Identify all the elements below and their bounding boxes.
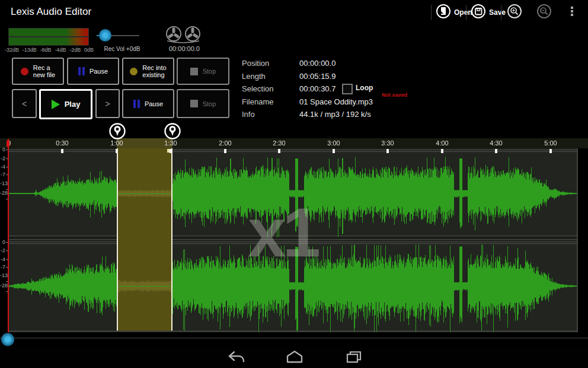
playhead-handle[interactable] [7,140,9,147]
zoom-in-button[interactable] [507,4,522,21]
actionbar-separator [501,5,501,20]
rec-pause-button[interactable]: Pause [67,58,119,85]
nav-home-button[interactable] [286,350,303,367]
playhead-cursor[interactable] [8,139,9,332]
db-label: -2dB [69,47,81,53]
nav-recents-button[interactable] [345,350,363,367]
stop-icon [190,68,198,75]
db-scale-label: -2 [0,156,8,161]
step-back-label: < [22,100,27,107]
actionbar-separator [431,5,432,20]
waveform-scrollbar-thumb[interactable] [1,333,14,346]
play-button[interactable]: Play [39,89,92,119]
timeline-label: 5:00 [539,139,563,147]
timeline-tick [333,149,335,153]
nav-back-button[interactable] [226,350,246,367]
timeline-label: 3:30 [376,139,400,147]
record-icon [21,68,28,75]
zoom-out-icon [536,4,552,21]
stop-icon [190,100,198,107]
open-icon [436,4,451,21]
actionbar-separator [466,5,466,20]
rec-new-file-label: Rec anew file [33,64,55,78]
rec-pause-label: Pause [90,68,108,75]
db-scale-label: -28 [0,190,8,202]
timeline-tick [224,149,226,153]
timeline-tick [61,149,63,153]
record-counter: 00:00:00.0 [161,45,208,52]
timeline-label: 4:00 [430,139,454,147]
selection-label: Selection [242,84,298,93]
rec-volume-label: Rec Vol +0dB [94,46,151,52]
pause-icon [133,100,140,108]
db-label: -32dB [5,47,19,53]
vu-meter-scale: -32dB -13dB -8dB -4dB -2dB 0dB [5,47,94,53]
filename-value: 01 Space Oddity.mp3 [299,97,373,106]
db-scale-label: -4 [0,256,8,262]
info-value: 44.1k / mp3 / 192 k/s [299,110,371,119]
vu-meter-left [8,28,89,37]
overflow-menu-icon[interactable] [571,7,573,23]
db-scale-label: -7 [0,264,8,270]
rec-stop-button[interactable]: Stop [177,58,229,85]
selection-end-pin[interactable] [164,122,181,142]
step-forward-label: > [105,100,110,107]
save-icon [471,4,486,21]
timeline-tick [495,149,497,153]
selection-value: 00:00:30.7 [299,84,335,93]
rec-into-existing-button[interactable]: Rec intoexisting [122,58,174,85]
open-label: Open [454,8,472,17]
length-label: Length [242,72,298,81]
position-value: 00:00:00.0 [299,59,335,68]
position-label: Position [242,59,298,68]
selection-start-pin[interactable] [108,122,126,142]
db-scale-label: -28 [0,283,8,294]
db-scale-label: 0 [0,239,8,245]
timeline-label: 2:00 [213,139,237,147]
db-scale-label: -7 [0,172,8,177]
step-back-button[interactable]: < [12,89,37,118]
record-existing-icon [130,68,138,75]
loop-checkbox[interactable] [342,84,353,94]
timeline-tick [441,149,443,153]
info-label: Info [242,110,298,119]
play-pause-label: Pause [145,100,163,107]
db-scale-label: 0 [0,147,8,153]
rec-into-existing-label: Rec intoexisting [142,64,166,78]
rec-stop-label: Stop [203,68,216,75]
rec-volume-thumb[interactable] [99,29,111,42]
play-icon [52,100,60,109]
play-stop-button[interactable]: Stop [177,89,229,118]
app-screen: Lexis Audio Editor Open Save -32dB -13dB… [0,0,588,368]
timeline-tick [170,149,172,153]
app-title: Lexis Audio Editor [11,6,91,18]
step-forward-button[interactable]: > [95,89,120,118]
db-scale-label: -2 [0,248,8,253]
loop-label: Loop [356,84,373,92]
play-pause-button[interactable]: Pause [122,89,174,118]
save-label: Save [489,8,506,17]
waveform-scrollbar-track[interactable] [0,338,588,338]
filename-label: Filename [242,97,298,106]
play-label: Play [65,101,81,108]
timeline-label: 3:00 [322,139,346,147]
db-label: -8dB [40,47,52,53]
vu-meter-right [8,37,89,46]
timeline-label: 4:30 [484,139,508,147]
not-saved-badge: Not saved [382,92,407,98]
timeline-tick [278,149,280,153]
rec-new-file-button[interactable]: Rec anew file [12,58,64,85]
timeline-tick [116,149,118,153]
waveform-canvas[interactable] [8,148,578,332]
play-stop-label: Stop [203,100,216,107]
db-label: -13dB [23,47,37,53]
zoom-in-icon [507,4,522,21]
timeline-tick [549,149,552,153]
db-scale-label: -4 [0,164,8,170]
timeline-label: 0:30 [50,139,74,147]
zoom-out-button[interactable] [536,4,552,21]
pause-icon [78,67,85,75]
length-value: 00:05:15.9 [299,72,335,81]
db-label: 0dB [84,47,94,53]
open-button[interactable]: Open [436,4,472,21]
